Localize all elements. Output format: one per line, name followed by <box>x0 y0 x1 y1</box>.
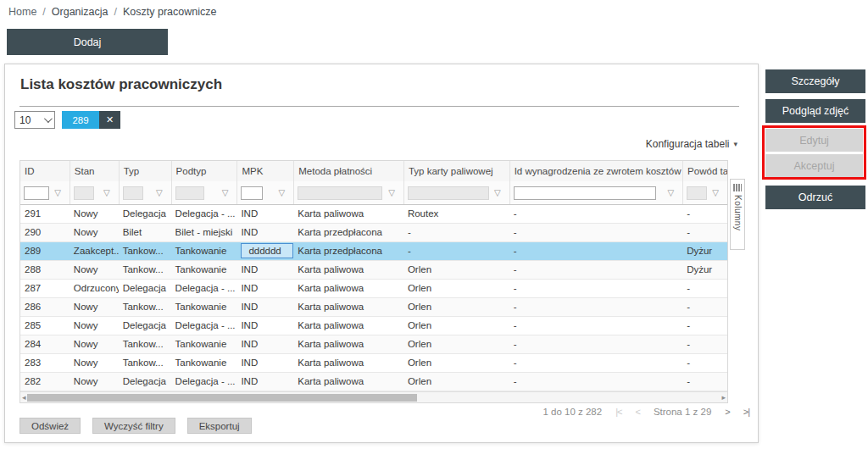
columns-tab[interactable]: Kolumny <box>730 179 745 250</box>
filter-cell-metoda: ▽ <box>293 181 403 204</box>
cell-karta: Orlen <box>403 335 509 353</box>
cell-podtyp: Tankowanie <box>171 261 237 279</box>
add-button[interactable]: Dodaj <box>7 29 168 55</box>
column-header-id[interactable]: ID <box>20 161 70 181</box>
preview-photos-button[interactable]: Podgląd zdjęć <box>765 99 865 123</box>
page-size-value: 10 <box>19 114 31 126</box>
cell-powod: - <box>682 280 727 297</box>
filter-input-id[interactable] <box>24 186 49 200</box>
table-row-284[interactable]: 284NowyTankow...TankowanieINDKarta paliw… <box>20 335 727 354</box>
columns-icon <box>733 184 742 191</box>
column-header-wynagrodzenie[interactable]: Id wynagrodzenia ze zwrotem kosztów <box>509 161 682 181</box>
cell-stan: Odrzucony <box>70 280 119 297</box>
editing-cell-input[interactable]: dddddd <box>241 243 293 258</box>
filter-input-wynagrodzenie[interactable] <box>514 186 656 200</box>
filter-input-stan[interactable] <box>74 186 94 200</box>
cell-powod: Dyżur <box>682 242 727 260</box>
breadcrumb-organizacja[interactable]: Organizacja <box>52 6 108 18</box>
scrollbar-thumb[interactable] <box>27 394 417 402</box>
last-page-icon[interactable]: >| <box>743 407 749 417</box>
breadcrumb-separator: / <box>114 6 117 18</box>
cell-id: 287 <box>20 280 70 297</box>
cell-metoda: Karta paliwowa <box>293 280 403 297</box>
column-header-typ[interactable]: Typ <box>119 161 171 181</box>
first-page-icon[interactable]: |< <box>615 407 621 417</box>
filter-input-mpk[interactable] <box>241 186 263 200</box>
costs-table: IDStanTypPodtypMPKMetoda płatnościTyp ka… <box>19 160 728 403</box>
funnel-icon[interactable]: ▽ <box>98 188 110 197</box>
table-row-283[interactable]: 283NowyTankow...TankowanieINDKarta paliw… <box>20 354 727 373</box>
filter-cell-typ: ▽ <box>119 181 171 204</box>
columns-tab-label: Kolumny <box>733 195 743 230</box>
cell-podtyp: Tankowanie <box>171 242 237 260</box>
cell-wynagrodzenie: - <box>509 224 683 241</box>
cell-stan: Nowy <box>70 354 119 372</box>
filter-input-podtyp[interactable] <box>175 186 204 200</box>
cell-metoda: Karta paliwowa <box>293 205 403 223</box>
table-row-282[interactable]: 282NowyDelegacjaDelegacja - ...INDKarta … <box>20 373 727 391</box>
table-row-288[interactable]: 288NowyTankow...TankowanieINDKarta paliw… <box>20 261 727 280</box>
filter-input-powod[interactable] <box>687 186 707 200</box>
breadcrumb-separator: / <box>42 6 45 18</box>
cell-powod: - <box>682 354 727 372</box>
remove-filter-icon[interactable]: ✕ <box>99 111 120 129</box>
cell-typ: Tankow... <box>119 298 171 316</box>
column-header-metoda[interactable]: Metoda płatności <box>293 161 403 181</box>
funnel-icon[interactable]: ▽ <box>274 188 286 197</box>
next-page-icon[interactable]: > <box>725 407 729 417</box>
cell-metoda: Karta paliwowa <box>293 317 403 335</box>
table-row-289[interactable]: 289Zaakcept...Tankow...TankowanieddddddK… <box>20 242 727 261</box>
cell-stan: Zaakcept... <box>70 242 119 260</box>
details-button[interactable]: Szczegóły <box>765 69 865 93</box>
breadcrumb-home[interactable]: Home <box>8 6 36 18</box>
horizontal-scrollbar[interactable]: ◂ ▸ <box>20 391 727 402</box>
prev-page-icon[interactable]: < <box>635 407 639 417</box>
column-header-podtyp[interactable]: Podtyp <box>171 161 237 181</box>
cell-id: 291 <box>20 205 70 223</box>
page-title: Lista kosztów pracowniczych <box>20 76 222 93</box>
cell-powod: - <box>682 205 727 223</box>
funnel-icon[interactable]: ▽ <box>151 188 163 197</box>
clear-filters-button[interactable]: Wyczyść filtry <box>92 418 175 434</box>
pagination: 1 do 10 z 282 |< < Strona 1 z 29 > >| <box>542 407 749 417</box>
column-header-powod[interactable]: Powód ta <box>682 161 727 181</box>
filter-cell-karta: ▽ <box>403 181 509 204</box>
cell-podtyp: Tankowanie <box>171 335 237 353</box>
filter-input-typ[interactable] <box>123 186 143 200</box>
cell-karta: Orlen <box>403 317 509 335</box>
funnel-icon[interactable]: ▽ <box>662 188 674 197</box>
funnel-icon[interactable]: ▽ <box>707 188 719 197</box>
export-button[interactable]: Eksportuj <box>187 418 252 434</box>
scroll-left-icon[interactable]: ◂ <box>22 392 26 403</box>
column-header-mpk[interactable]: MPK <box>236 161 293 181</box>
table-row-285[interactable]: 285NowyDelegacjaDelegacja - ...INDKarta … <box>20 317 727 335</box>
column-header-karta[interactable]: Typ karty paliwowej <box>403 161 509 181</box>
table-config-dropdown[interactable]: Konfiguracja tabeli ▾ <box>646 138 737 150</box>
funnel-icon[interactable]: ▽ <box>383 188 395 197</box>
table-row-290[interactable]: 290NowyBiletBilet - miejskiINDKarta prze… <box>20 224 727 242</box>
scroll-right-icon[interactable]: ▸ <box>721 392 726 403</box>
filter-cell-id: ▽ <box>20 181 70 204</box>
funnel-icon[interactable]: ▽ <box>49 188 61 197</box>
cell-metoda: Karta paliwowa <box>293 373 403 391</box>
cell-wynagrodzenie: - <box>509 280 683 297</box>
filter-input-metoda[interactable] <box>298 186 382 200</box>
reject-button[interactable]: Odrzuć <box>765 186 865 209</box>
column-header-stan[interactable]: Stan <box>70 161 119 181</box>
cell-id: 286 <box>20 298 70 316</box>
refresh-button[interactable]: Odśwież <box>19 418 81 434</box>
table-row-291[interactable]: 291NowyDelegacjaDelegacja - ...INDKarta … <box>20 205 727 224</box>
table-row-287[interactable]: 287OdrzuconyDelegacjaDelegacja - ...INDK… <box>20 280 727 298</box>
breadcrumb-current: Koszty pracownicze <box>123 6 216 18</box>
funnel-icon[interactable]: ▽ <box>217 188 229 197</box>
cell-typ: Tankow... <box>119 261 171 279</box>
page-size-select[interactable]: 10 <box>14 111 55 129</box>
cell-podtyp: Tankowanie <box>171 298 237 316</box>
accept-button[interactable]: Akceptuj <box>765 154 863 177</box>
edit-button[interactable]: Edytuj <box>765 129 863 152</box>
cell-wynagrodzenie: - <box>509 261 683 279</box>
funnel-icon[interactable]: ▽ <box>489 188 501 197</box>
table-row-286[interactable]: 286NowyTankow...TankowanieINDKarta paliw… <box>20 298 727 317</box>
filter-input-karta[interactable] <box>408 186 489 200</box>
cell-metoda: Karta przedpłacona <box>293 242 403 260</box>
